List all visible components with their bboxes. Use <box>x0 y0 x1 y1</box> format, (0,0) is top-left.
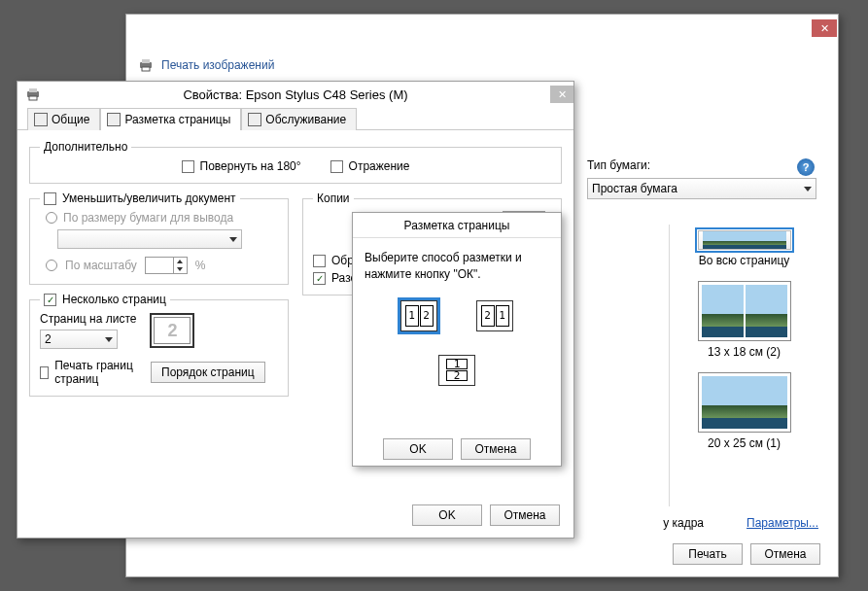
svg-rect-1 <box>142 59 150 63</box>
paper-type-select[interactable]: Простая бумага <box>587 178 816 199</box>
outer-titlebar: ✕ <box>126 15 838 42</box>
chevron-down-icon <box>804 187 812 191</box>
svg-rect-4 <box>29 88 37 92</box>
group-multipage: ✓Несколько страниц Страниц на листе 2 2 … <box>29 293 289 397</box>
tab-label: Общие <box>52 113 89 126</box>
by-scale-radio: По масштабу % <box>46 257 278 274</box>
scale-spinner <box>145 257 188 274</box>
thumb-item[interactable]: 13 x 18 см (2) <box>670 281 818 359</box>
thumb-caption: 20 x 25 см (1) <box>708 436 781 450</box>
ok-button[interactable]: OK <box>412 504 482 526</box>
tab-icon <box>248 113 261 126</box>
layout-option-12v[interactable]: 12 <box>438 355 475 386</box>
cancel-button[interactable]: Отмена <box>750 543 820 565</box>
cancel-button[interactable]: Отмена <box>490 504 560 526</box>
thumb-item[interactable]: 20 x 25 см (1) <box>670 372 818 450</box>
modal-footer: OK Отмена <box>353 435 561 469</box>
tabs: Общие Разметка страницы Обслуживание <box>17 107 573 130</box>
output-paper-select <box>57 229 242 249</box>
modal-message: Выберите способ разметки и нажмите кнопк… <box>365 250 549 283</box>
outer-title: Печать изображений <box>161 58 274 72</box>
page-order-button[interactable]: Порядок страниц <box>151 362 265 383</box>
paper-type-value: Простая бумага <box>592 182 677 195</box>
thumb-caption: 13 x 18 см (2) <box>708 345 781 359</box>
close-icon[interactable]: ✕ <box>812 19 837 37</box>
thumb-caption: Во всю страницу <box>699 254 790 267</box>
props-title: Свойства: Epson Stylus C48 Series (M) <box>41 87 550 102</box>
outer-footer-buttons: Печать Отмена <box>673 543 820 565</box>
props-footer: OK Отмена <box>412 504 560 526</box>
layout-option-21[interactable]: 21 <box>476 300 513 331</box>
cancel-button[interactable]: Отмена <box>461 438 531 460</box>
group-additional: Дополнительно Повернуть на 180° Отражени… <box>29 140 562 184</box>
footer-links: у кадра Параметры... <box>663 516 818 530</box>
tab-label: Разметка страницы <box>124 113 230 126</box>
thumb-frame <box>698 281 791 341</box>
mirror-checkbox[interactable]: Отражение <box>330 159 410 173</box>
rotate-180-checkbox[interactable]: Повернуть на 180° <box>182 159 301 173</box>
rotate-label: Повернуть на 180° <box>200 159 301 173</box>
printer-icon <box>138 57 154 73</box>
modal-title: Разметка страницы <box>404 219 510 232</box>
thumb-frame <box>698 230 791 250</box>
tab-maintenance[interactable]: Обслуживание <box>241 108 357 130</box>
printer-icon <box>25 87 41 102</box>
page-layout-dialog: Разметка страницы Выберите способ размет… <box>352 212 562 467</box>
ok-button[interactable]: OK <box>383 438 453 460</box>
right-panel: Тип бумаги: Простая бумага ? Во всю стра… <box>587 158 828 506</box>
close-icon[interactable]: ✕ <box>550 86 573 103</box>
svg-rect-5 <box>29 96 37 100</box>
print-borders-checkbox[interactable]: Печать границ страниц <box>40 359 137 386</box>
by-output-radio: По размеру бумаги для вывода <box>46 211 278 225</box>
layout-options: 12 21 12 <box>365 300 549 386</box>
thumb-item[interactable]: Во всю страницу <box>670 230 818 267</box>
group-additional-legend: Дополнительно <box>40 140 131 154</box>
multipage-checkbox[interactable]: ✓Несколько страниц <box>40 293 170 306</box>
tab-general[interactable]: Общие <box>27 108 100 130</box>
thumb-frame <box>698 372 791 433</box>
pages-per-sheet-select[interactable]: 2 <box>40 330 118 349</box>
tab-page-layout[interactable]: Разметка страницы <box>100 108 241 130</box>
pages-per-sheet-label: Страниц на листе <box>40 312 136 326</box>
tab-icon <box>34 113 48 126</box>
help-icon[interactable]: ? <box>797 158 815 176</box>
tab-icon <box>107 113 121 126</box>
scale-legend[interactable]: Уменьшить/увеличить документ <box>40 191 240 205</box>
props-titlebar: Свойства: Epson Stylus C48 Series (M) ✕ <box>17 82 573 107</box>
svg-rect-2 <box>142 67 150 71</box>
paper-type-label: Тип бумаги: <box>587 158 828 172</box>
outer-title-row: Печать изображений <box>138 52 824 83</box>
print-button[interactable]: Печать <box>673 543 743 565</box>
copies-legend: Копии <box>313 191 354 205</box>
mirror-label: Отражение <box>349 159 410 173</box>
group-scale: Уменьшить/увеличить документ По размеру … <box>29 191 289 285</box>
modal-titlebar: Разметка страницы <box>353 213 561 238</box>
parameters-link[interactable]: Параметры... <box>746 516 818 530</box>
layout-option-12[interactable]: 12 <box>400 300 437 331</box>
layout-thumbnail-list[interactable]: Во всю страницу 13 x 18 см (2) 20 x 25 с… <box>669 225 818 506</box>
crop-fragment: у кадра <box>663 516 704 530</box>
layout-preview-icon: 2 <box>150 313 194 348</box>
tab-label: Обслуживание <box>265 113 346 126</box>
